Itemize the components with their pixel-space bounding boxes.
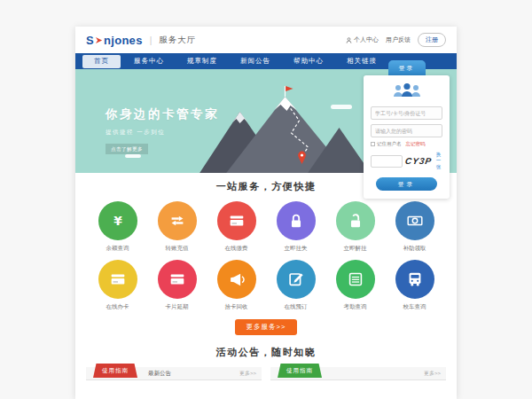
hero-title: 你身边的卡管专家 [106, 106, 219, 122]
services-grid: 余额查询 转账充值 在线缴费 立即挂失 [75, 193, 457, 311]
service-icon-circle[interactable] [158, 201, 197, 240]
unlock-icon [346, 211, 365, 231]
header-links: 个人中心 用户反馈 注册 [346, 33, 446, 47]
nav-item-服务中心[interactable]: 服务中心 [122, 57, 176, 66]
captcha-row: CY3P 换一张 [371, 152, 442, 170]
service-icon-circle[interactable] [277, 201, 316, 240]
service-label: 立即挂失 [266, 245, 325, 253]
service-label: 在线预订 [266, 303, 325, 311]
user-feedback-link[interactable]: 用户反馈 [386, 35, 411, 44]
more-link-left[interactable]: 更多>> [239, 370, 256, 378]
hero-subtitle: 提供捷径 一步到位 [106, 129, 219, 137]
yen-icon [108, 211, 128, 231]
service-label: 转账充值 [147, 245, 207, 253]
panel-right-body [270, 380, 446, 399]
captcha-image[interactable]: CY3P [404, 156, 433, 166]
service-label: 立即解挂 [325, 245, 385, 253]
nav-item-首页[interactable]: 首页 [82, 55, 121, 68]
bus-icon [405, 270, 425, 289]
card-icon [168, 270, 187, 289]
nav-item-规章制度[interactable]: 规章制度 [176, 57, 229, 66]
service-icon-circle[interactable] [217, 260, 256, 299]
users-icon [391, 82, 423, 98]
service-item[interactable]: 在线预订 [266, 260, 325, 311]
login-options: 记住用户名 忘记密码 [371, 141, 442, 147]
header-divider: | [150, 35, 153, 45]
announcement-panel-left: 使用指南 最新公告 更多>> [86, 367, 262, 399]
site-header: S njones | 服务大厅 个人中心 用户反馈 [75, 27, 457, 53]
login-submit-button[interactable]: 登录 [376, 177, 436, 191]
service-item[interactable]: 立即挂失 [266, 201, 325, 253]
username-input[interactable] [371, 106, 442, 120]
personal-center-label: 个人中心 [354, 35, 379, 44]
personal-center-link[interactable]: 个人中心 [346, 35, 379, 44]
service-label: 拾卡回收 [207, 303, 266, 311]
panel-right-tabbar: 使用指南 更多>> [270, 367, 446, 380]
card-icon [227, 211, 246, 231]
logo-text-1: S [86, 34, 94, 47]
service-item[interactable]: 考勤查询 [325, 260, 385, 311]
service-label: 补助领取 [385, 245, 444, 253]
panel-left-body [86, 380, 262, 399]
more-link-right[interactable]: 更多>> [424, 370, 441, 378]
nav-item-新闻公告[interactable]: 新闻公告 [229, 57, 282, 66]
forgot-password-link[interactable]: 忘记密码 [406, 141, 426, 147]
banknote-icon [405, 211, 425, 231]
service-icon-circle[interactable] [336, 260, 375, 299]
service-icon-circle[interactable] [158, 260, 197, 299]
service-label: 余额查询 [88, 245, 147, 253]
page-canvas: S njones | 服务大厅 个人中心 用户反馈 [0, 0, 532, 399]
service-icon-circle[interactable] [98, 260, 137, 299]
card-icon [108, 270, 128, 289]
transfer-icon [168, 211, 187, 231]
remember-checkbox[interactable] [371, 142, 375, 146]
nav-item-帮助中心[interactable]: 帮助中心 [282, 57, 335, 66]
service-label: 在线办卡 [88, 303, 147, 311]
service-item[interactable]: 余额查询 [88, 201, 147, 253]
portal-name: 服务大厅 [159, 35, 196, 46]
logo-text-2: njones [104, 34, 143, 47]
announcements-section: 活动公告，随时知晓 使用指南 最新公告 更多>> 使用指南 更多>> [75, 335, 457, 399]
edit-icon [286, 270, 306, 289]
service-label: 在线缴费 [207, 245, 266, 253]
person-icon [346, 37, 352, 43]
service-item[interactable]: 在线缴费 [207, 201, 266, 253]
login-form: 记住用户名 忘记密码 CY3P 换一张 登录 [364, 75, 450, 199]
tab-usage-guide-left[interactable]: 使用指南 [93, 364, 137, 378]
remember-label: 记住用户名 [377, 141, 402, 147]
tab-latest-announcements[interactable]: 最新公告 [148, 370, 171, 378]
site-page: S njones | 服务大厅 个人中心 用户反馈 [75, 27, 457, 399]
service-item[interactable]: 补助领取 [385, 201, 444, 253]
cloud-shape [125, 154, 141, 158]
announcements-title: 活动公告，随时知晓 [75, 346, 457, 359]
service-icon-circle[interactable] [217, 201, 256, 240]
service-icon-circle[interactable] [277, 260, 316, 299]
password-input[interactable] [371, 124, 442, 137]
hero-cta-button[interactable]: 点击了解更多 [106, 144, 148, 154]
captcha-input[interactable] [371, 155, 403, 168]
service-item[interactable]: 卡片延期 [147, 260, 207, 311]
service-item[interactable]: 立即解挂 [325, 201, 385, 253]
service-icon-circle[interactable] [395, 260, 434, 299]
more-services-button[interactable]: 更多服务>> [235, 319, 298, 335]
logo: S njones [86, 34, 143, 47]
service-icon-circle[interactable] [98, 201, 137, 240]
list-icon [346, 270, 365, 289]
service-item[interactable]: 在线办卡 [88, 260, 147, 311]
service-item[interactable]: 转账充值 [147, 201, 207, 253]
user-feedback-label: 用户反馈 [386, 35, 411, 44]
service-item[interactable]: 拾卡回收 [207, 260, 266, 311]
logo-arrow-icon [95, 36, 103, 44]
announcement-panel-right: 使用指南 更多>> [270, 367, 446, 399]
service-item[interactable]: 校车查询 [385, 260, 444, 311]
service-label: 卡片延期 [147, 303, 207, 311]
announcement-panels: 使用指南 最新公告 更多>> 使用指南 更多>> [75, 359, 457, 399]
tab-usage-guide-right[interactable]: 使用指南 [278, 364, 322, 378]
service-icon-circle[interactable] [395, 201, 434, 240]
captcha-refresh-link[interactable]: 换一张 [434, 152, 442, 170]
service-icon-circle[interactable] [336, 201, 375, 240]
register-button[interactable]: 注册 [418, 33, 446, 47]
lock-icon [286, 211, 306, 231]
login-tab[interactable]: 登录 [388, 60, 426, 75]
login-panel: 登录 记住用户名 忘记密码 CY3P 换一张 [364, 60, 450, 199]
